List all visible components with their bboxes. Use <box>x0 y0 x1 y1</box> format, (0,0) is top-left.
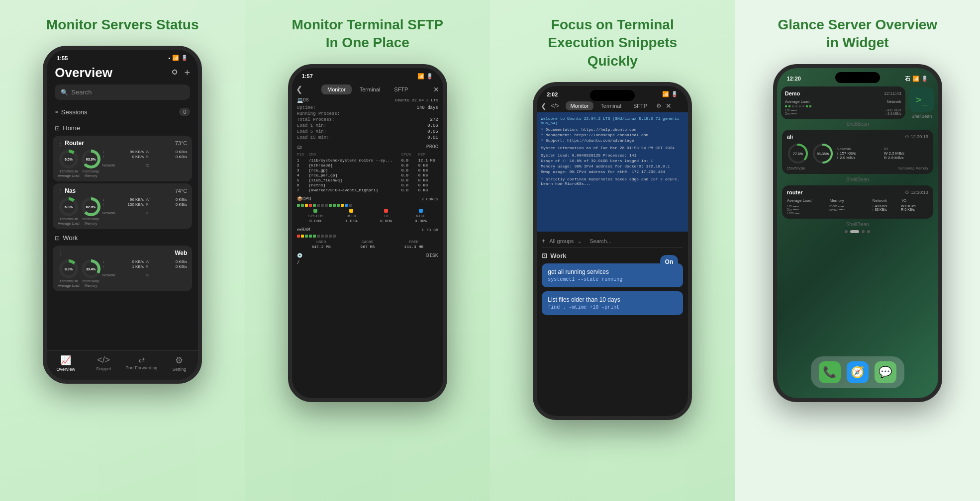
load-label: Average Load <box>58 174 79 177</box>
col-cpu: CPU% <box>401 152 416 157</box>
cast-icon[interactable]: ⭘ <box>171 67 180 79</box>
io-w-label: W <box>146 150 150 154</box>
nav-snippet[interactable]: </> Snippet <box>85 355 122 372</box>
io-label: IO <box>146 164 149 167</box>
cpu-bar-dots <box>297 204 438 207</box>
nas-load-label: Average Load <box>58 222 79 225</box>
cpu-2: 0.0 <box>401 163 416 167</box>
status-icons-3: 📶 🪫 <box>662 91 678 97</box>
user-label: USER <box>347 214 356 218</box>
ram-section: 🗃 RAM 1.73 GB <box>297 227 438 249</box>
ram-dot-9 <box>329 235 332 238</box>
overview-title: Overview <box>55 65 112 81</box>
panel-monitor-servers: Monitor Servers Status 1:55 • 📶 🪫 Overvi… <box>0 0 245 501</box>
all-groups-label[interactable]: All groups <box>549 238 574 244</box>
cpu-dot-1 <box>297 204 300 207</box>
nas-mem-inner: 62.8% <box>85 200 98 213</box>
used-val: 647.2 MB <box>311 245 330 249</box>
demo-metric-labels: Average Load Network <box>785 99 901 104</box>
add-icon[interactable]: + <box>185 67 191 79</box>
search-bar[interactable]: 🔍 Search <box>55 84 190 100</box>
router-15m-dots: 15m •••• <box>787 211 828 215</box>
nas-io-metrics: W 0 KB/s R 0 KB/s IO <box>146 197 187 225</box>
ram-icon: 🗃 <box>297 227 301 233</box>
cpu-stats: SYSTEM 0.00% USER 1.01% IO <box>297 209 438 223</box>
router-avgload-head: Average Load <box>787 198 826 203</box>
router-metric-headers: Average Load Memory Network IO <box>787 198 928 203</box>
cmd-1: /lib/systemd/systemd nolbrs --sy... <box>309 158 399 163</box>
snip-tab-monitor[interactable]: Monitor <box>566 101 594 110</box>
page-dot-4 <box>867 230 870 233</box>
page-dots <box>777 230 938 233</box>
ram-label: RAM <box>301 227 310 233</box>
snippet-back[interactable]: ❮ <box>541 102 547 110</box>
add-snippet-icon[interactable]: + <box>542 238 545 245</box>
io-r-val: 0 KB/s <box>176 155 188 159</box>
tab-sftp[interactable]: SFTP <box>388 84 414 94</box>
snippet-cmd-2: find . -mtime +10 -print <box>548 305 677 310</box>
web-load-caption: 15m/5m/1m <box>60 279 78 283</box>
dd8 <box>809 105 811 107</box>
on-label: On <box>665 258 674 265</box>
settings-icon[interactable]: ⚙ <box>656 102 662 109</box>
status-bar-1: 1:55 • 📶 🪫 <box>47 50 198 63</box>
close-icon-3[interactable]: ✕ <box>666 102 672 110</box>
snippet-item-1[interactable]: get all running services systemctl --sta… <box>542 263 683 287</box>
tab-monitor[interactable]: Monitor <box>321 84 352 94</box>
panel-sftp: Monitor Terminal SFTPIn One Place 1:57 📶… <box>245 0 490 501</box>
search-placeholder-3[interactable]: Search... <box>589 238 611 244</box>
mem-caption: mem/swap <box>83 169 99 173</box>
nas-io-r-val: 0 KB/s <box>176 202 188 207</box>
nas-io-w-row: W 0 KB/s <box>146 197 187 202</box>
ram-header: 🗃 RAM 1.73 GB <box>297 227 438 233</box>
sessions-icon: ≈ <box>55 108 58 115</box>
cpu-dot-14 <box>349 204 352 207</box>
nas-load-gauge: 6.3% 15m/5m/1m Average Load <box>58 197 79 225</box>
phone1: 1:55 • 📶 🪫 Overview ⭘ + <box>43 46 202 384</box>
nav-portforward[interactable]: ⇄ Port Forwarding <box>122 355 160 372</box>
snippets-main-screen: 2:02 📶 🪫 ❮ </> Monitor Terminal SFTP ⚙ ✕ <box>537 86 688 416</box>
demo-avgload-label: Average Load <box>785 99 810 104</box>
dd2 <box>788 105 790 107</box>
cpu-header: 📦 CPU 2 CORES <box>297 196 438 202</box>
shellbean-app-icon[interactable]: >_ <box>909 87 934 112</box>
web-metrics: 8.3% 15m/5m/1m Average Load 33.4% <box>58 259 187 287</box>
net-up-val: 0 KB/s <box>132 155 144 159</box>
running-key: Running Process: <box>297 111 340 116</box>
nice-label: NICE <box>416 214 425 218</box>
page-dot-2-active <box>850 230 859 233</box>
nav-overview[interactable]: 📈 Overview <box>47 355 85 372</box>
status-icons-4: ⽯ 📶 🪫 <box>905 75 928 83</box>
terminal-main-screen: 1:57 📶 🪫 ❮ Monitor Terminal SFTP ✕ <box>292 68 443 398</box>
close-button[interactable]: ✕ <box>433 85 439 93</box>
nas-cpu-val: 6.3% <box>65 205 73 209</box>
dock-messages-icon[interactable]: 💬 <box>875 361 896 383</box>
dock-phone-icon[interactable]: 📞 <box>819 361 841 383</box>
snip-tab-sftp[interactable]: SFTP <box>628 101 652 110</box>
back-button[interactable]: ❮ <box>296 84 302 94</box>
shellbean-label-1: ShellBean <box>777 121 938 127</box>
user-color <box>349 209 353 213</box>
code-icon: </> <box>551 102 559 109</box>
uptime-val: 140 days <box>417 105 438 110</box>
load-caption: 15m/5m/1m <box>60 169 78 173</box>
terminal-swap: Swap usage: 0% IPv4 address for eth0: 17… <box>541 169 684 174</box>
snippet-item-2[interactable]: List files older than 10 days find . -mt… <box>542 291 683 315</box>
nas-mem-label: Memory <box>85 222 97 225</box>
proc-icon: 🗂 <box>297 144 302 150</box>
snip-tab-terminal[interactable]: Terminal <box>595 101 626 110</box>
panel-snippets: Focus on TerminalExecution Snippets Quic… <box>490 0 735 501</box>
load15-key: Load 15 min: <box>297 135 329 140</box>
nav-setting[interactable]: ⚙ Setting <box>160 355 198 372</box>
disk-section: 💿 DISK / <box>297 253 438 265</box>
tab-terminal[interactable]: Terminal <box>354 84 387 94</box>
bottom-nav: 📈 Overview </> Snippet ⇄ Port Forwarding… <box>47 350 198 380</box>
ram-dot-8 <box>325 235 328 238</box>
nas-io-w-val: 0 KB/s <box>176 197 188 202</box>
on-toggle[interactable]: On <box>660 255 679 268</box>
demo-1m: 1m ••••• <box>785 108 797 112</box>
dock-safari-icon[interactable]: 🧭 <box>847 361 869 383</box>
nas-temp: 74°C <box>175 188 188 194</box>
nas-down-val: 96 KB/s <box>130 197 144 202</box>
ali-mem-svg: 93-35% <box>812 143 834 165</box>
